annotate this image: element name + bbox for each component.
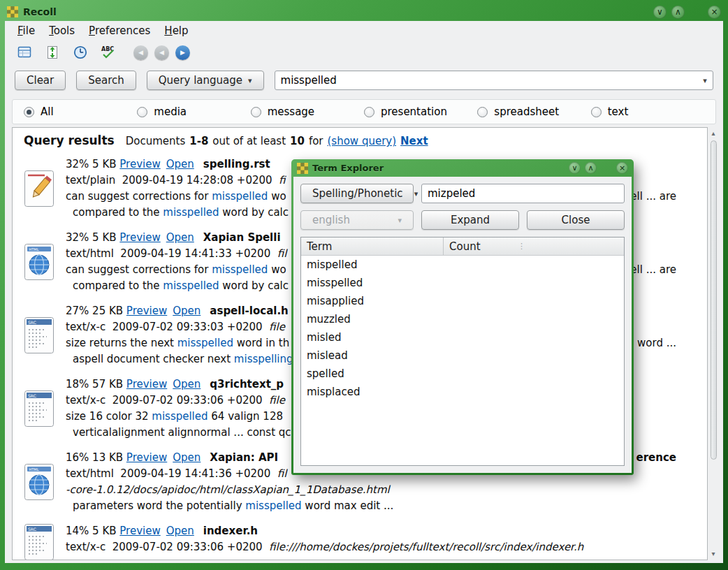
preview-link[interactable]: Preview	[126, 450, 167, 466]
source-file-icon: SRC	[24, 377, 54, 441]
filter-label: spreadsheet	[494, 105, 559, 118]
result-meta: text/html 2009-04-19 14:41:33 +0200	[66, 246, 277, 262]
documents-total: 10	[290, 135, 305, 147]
radio-icon	[251, 107, 261, 117]
preview-link[interactable]: Preview	[119, 523, 160, 539]
next-page-button[interactable]: ▶	[175, 45, 190, 60]
search-input[interactable]	[275, 74, 697, 87]
dialog-close-button[interactable]: ×	[616, 162, 628, 174]
filter-text[interactable]: text	[591, 105, 704, 118]
column-term[interactable]: Term	[301, 240, 443, 253]
result-title: q3richtext_p	[210, 377, 284, 393]
filter-label: message	[268, 105, 314, 118]
filter-media[interactable]: media	[137, 105, 250, 118]
term-row[interactable]: spelled	[301, 365, 624, 383]
expand-button[interactable]: Expand	[421, 210, 519, 230]
relevance-size: 27% 25 KB	[66, 303, 126, 319]
maximize-button[interactable]: ∧	[671, 6, 685, 19]
term-cell: muzzled	[301, 313, 443, 326]
preview-link[interactable]: Preview	[119, 230, 160, 246]
snippet-highlight: misspelled	[152, 409, 208, 425]
term-input[interactable]	[421, 184, 625, 203]
window-title: Recoll	[23, 6, 57, 17]
column-count[interactable]: Count	[443, 238, 518, 255]
open-link[interactable]: Open	[166, 523, 194, 539]
header-handle-icon: ⋮	[518, 242, 525, 251]
result-title: spelling.rst	[203, 156, 270, 173]
open-link[interactable]: Open	[173, 303, 201, 319]
close-button[interactable]: ×	[708, 6, 721, 19]
term-row[interactable]: muzzled	[301, 310, 624, 328]
menu-help[interactable]: Help	[157, 22, 195, 39]
spellcheck-abc-icon: ABC	[101, 45, 116, 60]
filter-label: All	[41, 105, 54, 118]
filter-message[interactable]: message	[251, 105, 364, 118]
chevron-down-icon: ▾	[398, 217, 402, 224]
next-link[interactable]: Next	[400, 135, 428, 147]
filter-label: text	[608, 105, 629, 118]
dialog-maximize-button[interactable]: ∧	[585, 162, 597, 174]
term-row[interactable]: misapplied	[301, 292, 624, 310]
svg-text:HTML: HTML	[29, 467, 39, 472]
open-link[interactable]: Open	[173, 377, 201, 393]
menu-preferences[interactable]: Preferences	[82, 22, 157, 39]
term-row[interactable]: misspelled	[301, 274, 624, 292]
outof-label: out of at least	[212, 135, 286, 147]
relevance-size: 32% 5 KB	[66, 156, 119, 173]
snippet-text: word by calc	[219, 278, 289, 294]
category-filter-bar: All media message presentation spreadshe…	[12, 99, 716, 124]
open-link[interactable]: Open	[166, 230, 194, 246]
term-explorer-dialog: Term Explorer ∨ ∧ × Spelling/Phonetic ▾ …	[291, 159, 634, 475]
result-line: text/x-c 2009-07-02 09:33:06 +0200 file:…	[66, 539, 697, 555]
recoll-app-icon	[7, 6, 18, 17]
preview-link[interactable]: Preview	[119, 156, 160, 173]
close-dialog-button[interactable]: Close	[527, 210, 625, 230]
scroll-up-button[interactable]: ▴	[711, 129, 715, 138]
preview-link[interactable]: Preview	[126, 377, 167, 393]
menu-file[interactable]: File	[10, 22, 42, 39]
sort-by-dates-button[interactable]	[43, 43, 61, 62]
query-language-combo[interactable]: Query language ▾	[147, 71, 264, 90]
filter-spreadsheet[interactable]: spreadsheet	[477, 105, 590, 118]
result-url: file	[269, 319, 285, 335]
snippet-text: ell ... are	[630, 189, 676, 205]
filter-all[interactable]: All	[24, 105, 137, 118]
radio-icon	[591, 107, 602, 117]
doc-history-table-button[interactable]	[15, 43, 34, 62]
result-title-tail: erence	[636, 450, 677, 466]
filter-presentation[interactable]: presentation	[364, 105, 477, 118]
filter-label: presentation	[381, 105, 447, 118]
menu-tools[interactable]: Tools	[42, 22, 82, 39]
term-row[interactable]: mispelled	[301, 256, 624, 274]
scroll-track[interactable]	[711, 139, 717, 548]
term-row[interactable]: misplaced	[301, 383, 624, 401]
search-history-arrow-icon[interactable]: ▾	[697, 77, 713, 85]
open-link[interactable]: Open	[166, 156, 194, 173]
previous-page-button[interactable]: ◀	[154, 45, 169, 60]
snippet-text: 64 valign 128	[208, 409, 283, 425]
result-meta: text/plain 2009-04-19 14:28:08 +0200	[66, 173, 279, 189]
expansion-mode-combo[interactable]: Spelling/Phonetic ▾	[300, 184, 414, 203]
scroll-down-button[interactable]: ▾	[711, 549, 715, 559]
term-row[interactable]: mislead	[301, 346, 624, 365]
preview-link[interactable]: Preview	[126, 303, 167, 319]
result-title: indexer.h	[203, 523, 258, 539]
window-titlebar: Recoll ∨ ∧ ×	[7, 3, 721, 20]
snippet-text: compared to the	[73, 205, 163, 221]
dialog-minimize-button[interactable]: ∨	[569, 162, 581, 174]
snippet-text: verticalalignment alignnormal ... const …	[73, 425, 291, 441]
chevron-down-icon: ∨	[572, 163, 577, 173]
term-explorer-button[interactable]: ABC	[99, 43, 117, 62]
show-history-button[interactable]	[71, 43, 89, 62]
expansion-mode-label: Spelling/Phonetic	[312, 187, 403, 200]
search-button[interactable]: Search	[76, 71, 136, 90]
open-link[interactable]: Open	[173, 450, 201, 466]
snippet-text: wo	[268, 189, 286, 205]
term-row[interactable]: misled	[301, 328, 624, 346]
scroll-thumb[interactable]	[711, 140, 717, 460]
clear-button[interactable]: Clear	[15, 71, 66, 90]
minimize-button[interactable]: ∨	[653, 6, 667, 19]
dialog-title: Term Explorer	[312, 163, 384, 173]
show-query-link[interactable]: (show query)	[328, 135, 397, 147]
first-page-button[interactable]: ◀	[133, 45, 148, 60]
